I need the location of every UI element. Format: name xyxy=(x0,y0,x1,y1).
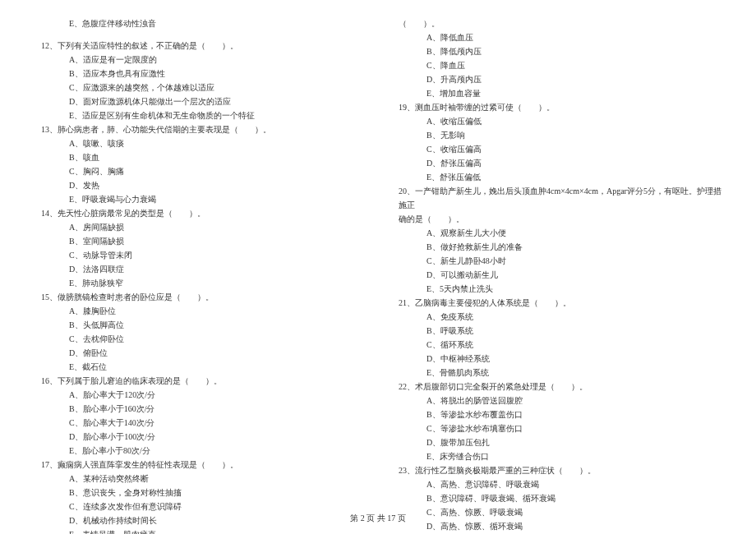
q16-stem: 16、下列属于胎儿窘迫的临床表现的是（ ）。 xyxy=(33,374,366,388)
q21-stem: 21、乙脑病毒主要侵犯的人体系统是（ ）。 xyxy=(390,296,723,310)
q20-stem-1: 20、一产钳助产新生儿，娩出后头顶血肿4cm×4cm×4cm，Apgar评分5分… xyxy=(390,184,723,212)
q14-opt-a: A、房间隔缺损 xyxy=(33,220,366,234)
q15-opt-a: A、膝胸卧位 xyxy=(33,304,366,318)
q18-opt-e: E、增加血容量 xyxy=(390,86,723,100)
q13-opt-e: E、呼吸衰竭与心力衰竭 xyxy=(33,192,366,206)
q22-opt-b: B、等渗盐水纱布覆盖伤口 xyxy=(390,407,723,421)
q20-opt-d: D、可以搬动新生儿 xyxy=(390,268,723,282)
q17-opt-b: B、意识丧失，全身对称性抽搐 xyxy=(33,486,366,499)
q18-opt-b: B、降低颅内压 xyxy=(390,44,723,58)
q19-opt-e: E、舒张压偏低 xyxy=(390,170,723,184)
q22-opt-e: E、床旁缝合伤口 xyxy=(390,449,723,463)
q21-opt-e: E、骨骼肌肉系统 xyxy=(390,366,723,380)
q12-opt-b: B、适应本身也具有应激性 xyxy=(33,67,366,81)
q21-opt-a: A、免疫系统 xyxy=(390,310,723,324)
q15-opt-d: D、俯卧位 xyxy=(33,346,366,360)
q15-opt-e: E、截石位 xyxy=(33,360,366,374)
q18-opt-a: A、降低血压 xyxy=(390,30,723,44)
q18-opt-d: D、升高颅内压 xyxy=(390,72,723,86)
q21-opt-d: D、中枢神经系统 xyxy=(390,352,723,366)
page-footer: 第 2 页 共 17 页 xyxy=(0,513,756,524)
q14-opt-c: C、动脉导管未闭 xyxy=(33,248,366,262)
right-column: （ ）。 A、降低血压 B、降低颅内压 C、降血压 D、升高颅内压 E、增加血容… xyxy=(390,16,723,501)
q20-stem-2: 确的是（ ）。 xyxy=(390,212,723,226)
q16-opt-c: C、胎心率大于140次/分 xyxy=(33,416,366,430)
q13-opt-d: D、发热 xyxy=(33,178,366,192)
q17-opt-c: C、连续多次发作但有意识障碍 xyxy=(33,499,366,513)
q19-stem: 19、测血压时袖带缠的过紧可使（ ）。 xyxy=(390,100,723,114)
q20-opt-e: E、5天内禁止洗头 xyxy=(390,282,723,296)
q16-opt-d: D、胎心率小于100次/分 xyxy=(33,430,366,444)
q13-opt-a: A、咳嗽、咳痰 xyxy=(33,136,366,150)
q19-opt-c: C、收缩压偏高 xyxy=(390,142,723,156)
q15-stem: 15、做膀胱镜检查时患者的卧位应是（ ）。 xyxy=(33,290,366,304)
q16-opt-b: B、胎心率小于160次/分 xyxy=(33,402,366,416)
q16-opt-a: A、胎心率大于120次/分 xyxy=(33,388,366,402)
q13-opt-b: B、咳血 xyxy=(33,150,366,164)
q17-opt-e: E、表情呆滞，肌肉瘫直 xyxy=(33,527,366,534)
q20-opt-c: C、新生儿静卧48小时 xyxy=(390,254,723,268)
q21-opt-b: B、呼吸系统 xyxy=(390,324,723,338)
q15-opt-c: C、去枕仰卧位 xyxy=(33,332,366,346)
option-e-prev: E、急腹症伴移动性浊音 xyxy=(33,16,366,30)
q17-opt-a: A、某种活动突然终断 xyxy=(33,472,366,486)
q14-opt-e: E、肺动脉狭窄 xyxy=(33,276,366,290)
q19-opt-b: B、无影响 xyxy=(390,128,723,142)
q12-stem: 12、下列有关适应特性的叙述，不正确的是（ ）。 xyxy=(33,39,366,53)
q13-stem: 13、肺心病患者，肺、心功能失代偿期的主要表现是（ ）。 xyxy=(33,122,366,136)
q20-opt-a: A、观察新生儿大小便 xyxy=(390,226,723,240)
q20-opt-b: B、做好抢救新生儿的准备 xyxy=(390,240,723,254)
q22-stem: 22、术后腹部切口完全裂开的紧急处理是（ ）。 xyxy=(390,380,723,394)
q12-opt-d: D、面对应激源机体只能做出一个层次的适应 xyxy=(33,94,366,108)
q23-opt-a: A、高热、意识障碍、呼吸衰竭 xyxy=(390,477,723,491)
q22-opt-a: A、将脱出的肠管送回腹腔 xyxy=(390,394,723,407)
left-column: E、急腹症伴移动性浊音 12、下列有关适应特性的叙述，不正确的是（ ）。 A、适… xyxy=(33,16,366,501)
q19-opt-d: D、舒张压偏高 xyxy=(390,156,723,170)
q19-opt-a: A、收缩压偏低 xyxy=(390,114,723,128)
q17-stem: 17、癫痫病人强直阵挛发生的特征性表现是（ ）。 xyxy=(33,458,366,472)
q14-stem: 14、先天性心脏病最常见的类型是（ ）。 xyxy=(33,206,366,220)
q16-opt-e: E、胎心率小于80次/分 xyxy=(33,444,366,458)
q14-opt-d: D、法洛四联症 xyxy=(33,262,366,276)
q14-opt-b: B、室间隔缺损 xyxy=(33,234,366,248)
q12-opt-e: E、适应是区别有生命机体和无生命物质的一个特征 xyxy=(33,108,366,122)
q18-cont: （ ）。 xyxy=(390,16,723,30)
q21-opt-c: C、循环系统 xyxy=(390,338,723,352)
q23-stem: 23、流行性乙型脑炎极期最严重的三种症状（ ）。 xyxy=(390,463,723,477)
q22-opt-d: D、腹带加压包扎 xyxy=(390,435,723,449)
q13-opt-c: C、胸闷、胸痛 xyxy=(33,164,366,178)
q18-opt-c: C、降血压 xyxy=(390,58,723,72)
q22-opt-c: C、等渗盐水纱布填塞伤口 xyxy=(390,421,723,435)
q15-opt-b: B、头低脚高位 xyxy=(33,318,366,332)
q12-opt-c: C、应激源来的越突然，个体越难以适应 xyxy=(33,81,366,94)
q12-opt-a: A、适应是有一定限度的 xyxy=(33,53,366,67)
q23-opt-b: B、意识障碍、呼吸衰竭、循环衰竭 xyxy=(390,491,723,505)
